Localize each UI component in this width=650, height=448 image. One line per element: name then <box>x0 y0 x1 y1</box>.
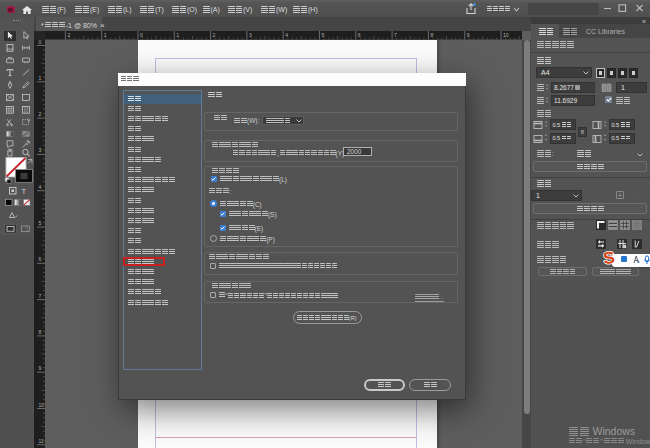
svg-text:11: 11 <box>39 437 44 443</box>
svg-text:5: 5 <box>322 32 325 38</box>
svg-text:3: 3 <box>249 32 252 38</box>
svg-text:1: 1 <box>176 32 179 38</box>
svg-text:2: 2 <box>39 111 42 117</box>
svg-text:10: 10 <box>39 401 45 407</box>
svg-text:7: 7 <box>394 32 397 38</box>
svg-text:6: 6 <box>358 32 361 38</box>
svg-text:4: 4 <box>39 183 42 189</box>
svg-text:S: S <box>602 248 616 268</box>
svg-text:9: 9 <box>39 365 42 371</box>
svg-text:0: 0 <box>140 32 143 38</box>
svg-text:5: 5 <box>39 220 42 226</box>
svg-text:1: 1 <box>104 32 107 38</box>
svg-text:6: 6 <box>39 256 42 262</box>
svg-text:9: 9 <box>467 32 470 38</box>
svg-text:4: 4 <box>285 32 288 38</box>
svg-text:2: 2 <box>213 32 216 38</box>
svg-text:3: 3 <box>39 147 42 153</box>
svg-text:1: 1 <box>39 74 42 80</box>
svg-text:8: 8 <box>39 328 42 334</box>
svg-text:T: T <box>22 187 27 196</box>
svg-text:7: 7 <box>39 292 42 298</box>
svg-text:0: 0 <box>39 40 42 45</box>
svg-text:2: 2 <box>67 32 70 38</box>
svg-text:8: 8 <box>430 32 433 38</box>
svg-text:10: 10 <box>503 32 509 38</box>
